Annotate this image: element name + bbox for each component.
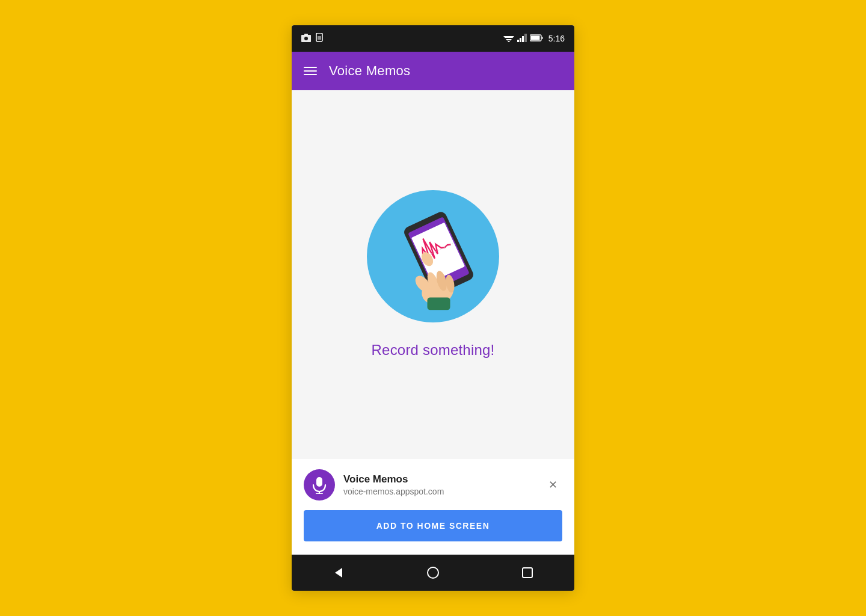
status-icons: 5:16 <box>503 34 565 44</box>
svg-rect-11 <box>520 38 521 42</box>
add-to-home-banner: Voice Memos voice-memos.appspot.com ✕ AD… <box>292 458 574 555</box>
svg-rect-13 <box>524 34 527 42</box>
nav-recents-button[interactable] <box>515 561 539 585</box>
status-time: 5:16 <box>548 34 565 43</box>
svg-rect-1 <box>304 34 308 35</box>
toolbar-title: Voice Memos <box>329 63 410 79</box>
svg-rect-12 <box>522 36 524 42</box>
microphone-icon <box>310 476 328 494</box>
sim-icon <box>316 33 323 44</box>
battery-icon <box>530 34 543 43</box>
wifi-icon <box>503 34 514 44</box>
photo-icon <box>301 34 311 44</box>
banner-top-row: Voice Memos voice-memos.appspot.com ✕ <box>304 469 562 500</box>
svg-rect-16 <box>530 35 539 40</box>
add-to-home-screen-button[interactable]: ADD TO HOME SCREEN <box>304 510 562 541</box>
toolbar: Voice Memos <box>292 52 574 90</box>
svg-rect-15 <box>541 37 542 39</box>
banner-app-info: Voice Memos voice-memos.appspot.com <box>343 473 543 496</box>
banner-app-icon <box>304 469 335 500</box>
nav-bar <box>292 555 574 591</box>
banner-app-url: voice-memos.appspot.com <box>343 487 543 496</box>
svg-rect-33 <box>523 568 532 578</box>
illustration-circle <box>367 190 499 322</box>
svg-rect-28 <box>316 477 322 487</box>
svg-point-32 <box>428 567 438 578</box>
status-left-icons <box>301 33 500 44</box>
status-bar: 5:16 <box>292 25 574 52</box>
nav-back-button[interactable] <box>327 561 351 585</box>
svg-marker-31 <box>335 568 342 578</box>
hamburger-icon[interactable] <box>304 67 317 75</box>
record-prompt: Record something! <box>372 342 495 359</box>
banner-app-name: Voice Memos <box>343 473 543 485</box>
svg-rect-26 <box>428 297 450 310</box>
svg-rect-10 <box>517 40 519 42</box>
banner-close-button[interactable]: ✕ <box>543 475 562 494</box>
main-content: Record something! <box>292 90 574 458</box>
illustration-svg <box>376 199 490 313</box>
signal-icon <box>517 34 527 44</box>
svg-point-2 <box>304 37 308 40</box>
phone-frame: 5:16 Voice Memos <box>292 25 574 591</box>
svg-rect-4 <box>318 36 321 40</box>
nav-home-button[interactable] <box>421 561 445 585</box>
